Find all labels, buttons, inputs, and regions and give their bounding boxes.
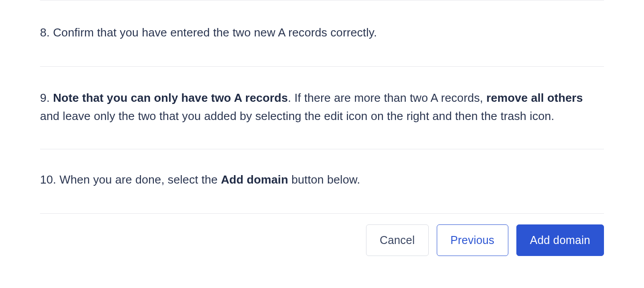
- previous-button[interactable]: Previous: [437, 224, 508, 256]
- step-9-text-1: . If there are more than two A records,: [288, 91, 486, 104]
- step-8-text: Confirm that you have entered the two ne…: [53, 26, 377, 39]
- step-10-number: 10.: [40, 173, 56, 186]
- step-8: 8. Confirm that you have entered the two…: [40, 0, 604, 66]
- step-9-text-2: and leave only the two that you added by…: [40, 109, 554, 123]
- step-10-text-post: button below.: [288, 173, 360, 186]
- step-9-number: 9.: [40, 91, 50, 104]
- step-10: 10. When you are done, select the Add do…: [40, 149, 604, 213]
- cancel-button[interactable]: Cancel: [366, 224, 429, 256]
- step-9: 9. Note that you can only have two A rec…: [40, 67, 604, 149]
- step-9-bold-1: Note that you can only have two A record…: [53, 91, 288, 104]
- step-10-text-pre: When you are done, select the: [60, 173, 221, 186]
- add-domain-button[interactable]: Add domain: [516, 224, 604, 256]
- step-9-bold-2: remove all others: [487, 91, 583, 104]
- step-10-bold: Add domain: [221, 173, 288, 186]
- button-row: Cancel Previous Add domain: [40, 214, 604, 256]
- step-8-number: 8.: [40, 26, 50, 39]
